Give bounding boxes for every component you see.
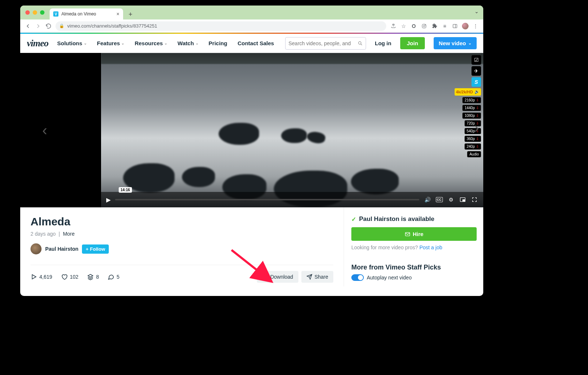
profile-avatar[interactable]: [462, 23, 469, 29]
nav-resources[interactable]: Resources⌄: [135, 40, 167, 46]
overlay-send-icon[interactable]: ✈: [472, 66, 481, 76]
plus-icon: +: [86, 246, 89, 252]
nav-features[interactable]: Features⌄: [97, 40, 125, 46]
next-video-button[interactable]: ›: [474, 119, 588, 136]
res-2160p[interactable]: 2160p⇩: [462, 97, 481, 103]
site-header: vimeo Solutions⌄ Features⌄ Resources⌄ Wa…: [20, 34, 483, 53]
chevron-down-icon: ⌄: [121, 41, 124, 45]
res-1080p[interactable]: 1080p⇩: [462, 113, 481, 119]
panel-icon[interactable]: [452, 23, 458, 29]
maximize-window-icon[interactable]: [40, 10, 44, 15]
share-icon[interactable]: [390, 23, 397, 29]
play-button[interactable]: ▶: [106, 196, 111, 203]
nav-watch[interactable]: Watch⌄: [178, 40, 198, 46]
download-button[interactable]: Download: [257, 271, 298, 283]
author-name[interactable]: Paul Hairston: [45, 246, 78, 252]
res-240p[interactable]: 240p⇩: [465, 143, 481, 150]
download-icon: ⇩: [476, 98, 479, 102]
more-from-heading: More from Vimeo Staff Picks: [351, 264, 477, 271]
lock-icon: 🔒: [59, 24, 64, 28]
overlay-note-icon[interactable]: ☑: [472, 55, 481, 65]
comments-stat[interactable]: 5: [108, 274, 119, 280]
progress-bar[interactable]: 14:16: [115, 195, 419, 204]
follow-button[interactable]: + Follow: [82, 244, 109, 254]
pip-button[interactable]: [459, 196, 466, 203]
hire-button[interactable]: Hire: [351, 227, 477, 241]
tab-overflow-icon[interactable]: ⌄: [474, 8, 479, 14]
settings-button[interactable]: ⚙: [447, 196, 455, 203]
window-controls[interactable]: [24, 6, 47, 19]
playlist-icon[interactable]: ≡: [441, 23, 448, 29]
nav-solutions[interactable]: Solutions⌄: [57, 40, 87, 46]
author-avatar[interactable]: [31, 243, 42, 254]
kebab-menu-icon[interactable]: ⋮: [472, 23, 479, 29]
volume-icon: 🔊: [474, 89, 480, 94]
download-icon: ⇩: [476, 114, 479, 118]
extension-opera-icon[interactable]: O: [410, 23, 417, 29]
looking-text: Looking for more video pros? Post a job: [351, 244, 477, 250]
extensions-icon[interactable]: [431, 23, 438, 29]
search-box[interactable]: [285, 37, 366, 50]
url-input[interactable]: 🔒 vimeo.com/channels/staffpicks/83775425…: [55, 21, 386, 31]
close-tab-icon[interactable]: ×: [116, 11, 119, 17]
join-button[interactable]: Join: [400, 37, 425, 49]
availability-status: ✓ Paul Hairston is available: [351, 215, 477, 223]
video-age: 2 days ago: [31, 231, 56, 237]
vimeo-logo[interactable]: vimeo: [27, 38, 49, 49]
main-nav: Solutions⌄ Features⌄ Resources⌄ Watch⌄ P…: [57, 40, 274, 46]
heart-icon: [61, 274, 68, 280]
share-button[interactable]: Share: [301, 271, 333, 283]
post-job-link[interactable]: Post a job: [419, 244, 442, 250]
nav-pricing[interactable]: Pricing: [209, 40, 227, 46]
fullscreen-button[interactable]: [471, 196, 478, 203]
tab-bar: V Almeda on Vimeo × + ⌄: [20, 6, 483, 19]
overlay-s-icon[interactable]: S: [472, 77, 481, 87]
nav-contact-sales[interactable]: Contact Sales: [237, 40, 274, 46]
chevron-down-icon: ⌄: [164, 41, 167, 45]
video-details: Almeda 2 days ago | More Paul Hairston +…: [20, 207, 483, 286]
bookmark-icon[interactable]: ☆: [400, 23, 407, 29]
browser-tab[interactable]: V Almeda on Vimeo ×: [50, 8, 123, 19]
extension-instagram-icon[interactable]: [421, 23, 427, 29]
downloader-overlay: ☑ ✈ S 4k/2k/HD🔊 2160p⇩ 1440p⇩ 1080p⇩ 720…: [455, 55, 481, 157]
tab-title: Almeda on Vimeo: [61, 11, 114, 17]
volume-button[interactable]: 🔊: [424, 196, 431, 203]
svg-rect-8: [463, 200, 465, 201]
res-360p[interactable]: 360p⇩: [465, 136, 481, 142]
res-1440p[interactable]: 1440p⇩: [462, 105, 481, 111]
svg-point-1: [423, 25, 425, 27]
comment-icon: [108, 274, 114, 280]
svg-point-2: [425, 25, 426, 25]
url-text: vimeo.com/channels/staffpicks/837754251: [67, 23, 157, 29]
back-button[interactable]: [25, 23, 31, 29]
res-audio[interactable]: Audio: [467, 151, 481, 157]
login-link[interactable]: Log in: [375, 40, 391, 46]
forward-button[interactable]: [35, 23, 42, 29]
video-meta: 2 days ago | More: [31, 231, 333, 237]
author-row: Paul Hairston + Follow: [31, 243, 333, 254]
more-link[interactable]: More: [63, 231, 75, 237]
collections-stat[interactable]: 8: [87, 274, 99, 280]
time-tooltip: 14:16: [119, 187, 132, 193]
likes-stat[interactable]: 102: [61, 274, 78, 280]
cc-button[interactable]: CC: [435, 196, 443, 203]
browser-window: V Almeda on Vimeo × + ⌄ 🔒 vimeo.com/chan…: [20, 6, 483, 296]
favicon-icon: V: [53, 11, 58, 17]
autoplay-row: Autoplay next video: [351, 274, 477, 281]
player-controls: ▶ 14:16 🔊 CC ⚙: [101, 192, 483, 207]
new-video-button[interactable]: New video ⌄: [434, 37, 477, 49]
address-bar: 🔒 vimeo.com/channels/staffpicks/83775425…: [20, 19, 483, 33]
previous-video-button[interactable]: ‹: [42, 122, 47, 139]
download-icon: [262, 274, 268, 280]
hd-quality-badge[interactable]: 4k/2k/HD🔊: [455, 88, 481, 96]
close-window-icon[interactable]: [25, 10, 30, 15]
download-icon: ⇩: [476, 144, 479, 149]
search-input[interactable]: [288, 40, 355, 46]
reload-button[interactable]: [45, 23, 52, 29]
svg-line-6: [361, 44, 362, 45]
video-frame[interactable]: ☑ ✈ S 4k/2k/HD🔊 2160p⇩ 1440p⇩ 1080p⇩ 720…: [101, 53, 483, 207]
autoplay-toggle[interactable]: [351, 274, 364, 281]
minimize-window-icon[interactable]: [33, 10, 37, 15]
chevron-down-icon: ⌄: [196, 41, 198, 45]
new-tab-button[interactable]: +: [125, 9, 136, 19]
